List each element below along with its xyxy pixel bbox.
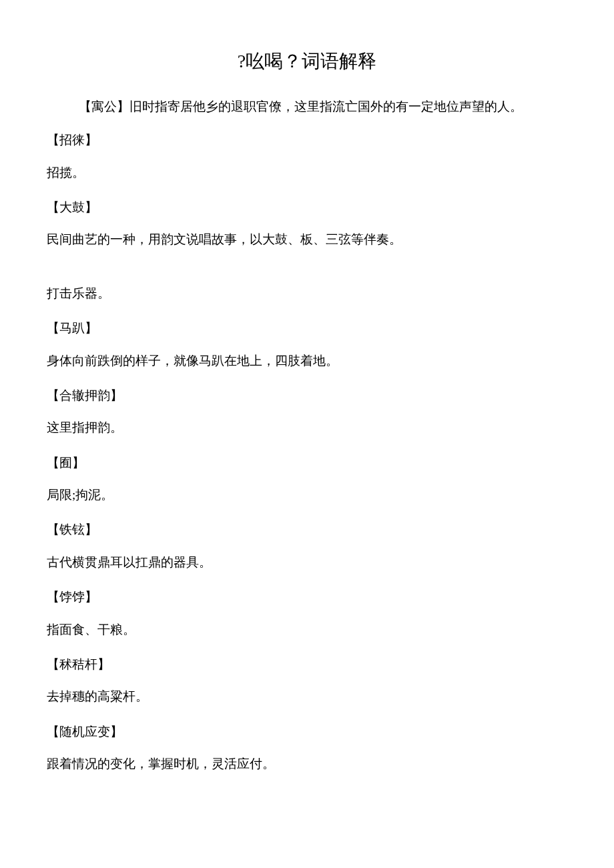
definition-zhaolai: 招揽。: [47, 163, 567, 183]
term-zhaolai: 【招徕】: [47, 130, 567, 150]
definition-mapa: 身体向前跌倒的样子，就像马趴在地上，四肢着地。: [47, 351, 567, 371]
definition-suiji: 跟着情况的变化，掌握时机，灵活应付。: [47, 754, 567, 774]
definition-tiexuan: 古代横贯鼎耳以扛鼎的器具。: [47, 552, 567, 572]
term-hezhe: 【合辙押韵】: [47, 386, 567, 406]
definition-you: 局限;拘泥。: [47, 485, 567, 505]
first-entry: 【寓公】旧时指寄居他乡的退职官僚，这里指流亡国外的有一定地位声望的人。: [47, 97, 567, 117]
definition-hezhe: 这里指押韵。: [47, 418, 567, 438]
definition-dagu-extra: 打击乐器。: [47, 284, 567, 304]
term-you: 【囿】: [47, 453, 567, 473]
term-suiji: 【随机应变】: [47, 722, 567, 742]
term-bobo: 【饽饽】: [47, 587, 567, 607]
term-tiexuan: 【铁铉】: [47, 520, 567, 540]
term-mapa: 【马趴】: [47, 318, 567, 338]
definition-dagu: 民间曲艺的一种，用韵文说唱故事，以大鼓、板、三弦等伴奏。: [47, 230, 567, 250]
term-dagu: 【大鼓】: [47, 197, 567, 218]
term-shujie: 【秫秸杆】: [47, 655, 567, 675]
definition-shujie: 去掉穗的高粱杆。: [47, 687, 567, 707]
definition-bobo: 指面食、干粮。: [47, 620, 567, 640]
document-title: ?吆喝？词语解释: [47, 47, 567, 77]
